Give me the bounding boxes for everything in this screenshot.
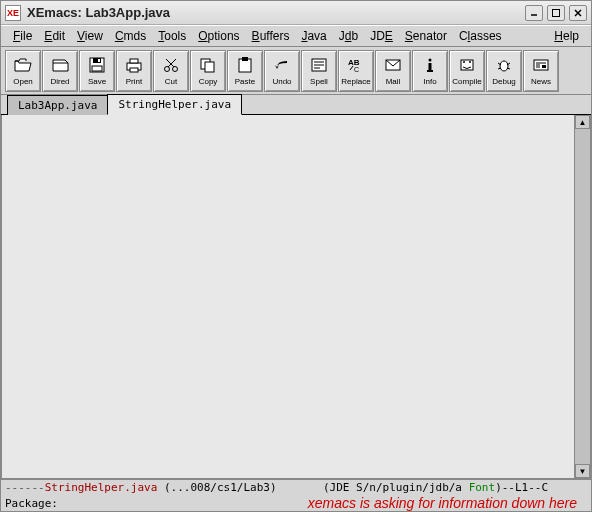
bug-icon bbox=[494, 55, 514, 75]
menu-help[interactable]: Help bbox=[548, 27, 585, 45]
menu-jde[interactable]: JDE bbox=[364, 27, 399, 45]
window-buttons bbox=[525, 5, 587, 21]
menu-java[interactable]: Java bbox=[295, 27, 332, 45]
modeline-path: (...008/cs1/Lab3) bbox=[157, 481, 276, 494]
paste-button[interactable]: Paste bbox=[227, 50, 263, 92]
svg-rect-7 bbox=[98, 59, 100, 62]
svg-point-12 bbox=[165, 67, 170, 72]
menu-file[interactable]: File bbox=[7, 27, 38, 45]
clipboard-icon bbox=[235, 55, 255, 75]
minibuffer[interactable]: Package: bbox=[1, 495, 591, 511]
debug-button[interactable]: Debug bbox=[486, 50, 522, 92]
floppy-disk-icon bbox=[87, 55, 107, 75]
save-button[interactable]: Save bbox=[79, 50, 115, 92]
compile-button[interactable]: Compile bbox=[449, 50, 485, 92]
svg-rect-17 bbox=[205, 62, 214, 72]
svg-rect-19 bbox=[242, 57, 248, 61]
svg-point-27 bbox=[429, 59, 432, 62]
menu-buffers[interactable]: Buffers bbox=[246, 27, 296, 45]
window-title: XEmacs: Lab3App.java bbox=[27, 5, 525, 20]
replace-button[interactable]: ABCReplace bbox=[338, 50, 374, 92]
print-button[interactable]: Print bbox=[116, 50, 152, 92]
menu-classes[interactable]: Classes bbox=[453, 27, 508, 45]
printer-icon bbox=[124, 55, 144, 75]
modeline-filename: StringHelper.java bbox=[45, 481, 158, 494]
editor-area: ▲ ▼ bbox=[1, 115, 591, 479]
info-button[interactable]: Info bbox=[412, 50, 448, 92]
compile-icon bbox=[457, 55, 477, 75]
svg-rect-29 bbox=[427, 70, 433, 72]
modeline: ------StringHelper.java (...008/cs1/Lab3… bbox=[1, 479, 591, 495]
xemacs-window: XE XEmacs: Lab3App.java File Edit View C… bbox=[0, 0, 592, 512]
menu-senator[interactable]: Senator bbox=[399, 27, 453, 45]
maximize-button[interactable] bbox=[547, 5, 565, 21]
undo-button[interactable]: Undo bbox=[264, 50, 300, 92]
spell-button[interactable]: Spell bbox=[301, 50, 337, 92]
menubar: File Edit View Cmds Tools Options Buffer… bbox=[1, 25, 591, 47]
copy-button[interactable]: Copy bbox=[190, 50, 226, 92]
menu-view[interactable]: View bbox=[71, 27, 109, 45]
copy-icon bbox=[198, 55, 218, 75]
menu-edit[interactable]: Edit bbox=[38, 27, 71, 45]
menu-tools[interactable]: Tools bbox=[152, 27, 192, 45]
app-icon: XE bbox=[5, 5, 21, 21]
menu-jdb[interactable]: Jdb bbox=[333, 27, 364, 45]
svg-rect-10 bbox=[130, 59, 138, 63]
svg-point-32 bbox=[469, 61, 471, 63]
minimize-button[interactable] bbox=[525, 5, 543, 21]
open-folder-icon bbox=[13, 55, 33, 75]
info-icon bbox=[420, 55, 440, 75]
close-button[interactable] bbox=[569, 5, 587, 21]
tab-lab3app[interactable]: Lab3App.java bbox=[7, 95, 108, 115]
menu-options[interactable]: Options bbox=[192, 27, 245, 45]
tab-stringhelper[interactable]: StringHelper.java bbox=[107, 94, 242, 115]
svg-rect-42 bbox=[542, 65, 546, 68]
vertical-scrollbar[interactable]: ▲ ▼ bbox=[574, 115, 590, 478]
minibuffer-prompt: Package: bbox=[5, 497, 58, 510]
undo-arrow-icon bbox=[272, 55, 292, 75]
news-button[interactable]: News bbox=[523, 50, 559, 92]
toolbar: Open Dired Save Print Cut Copy Paste Und… bbox=[1, 47, 591, 95]
svg-line-15 bbox=[166, 59, 174, 67]
replace-icon: ABC bbox=[346, 55, 366, 75]
scroll-up-button[interactable]: ▲ bbox=[575, 115, 590, 129]
dired-icon bbox=[50, 55, 70, 75]
svg-text:C: C bbox=[354, 66, 359, 73]
svg-rect-28 bbox=[429, 63, 432, 71]
envelope-icon bbox=[383, 55, 403, 75]
svg-point-31 bbox=[463, 61, 465, 63]
svg-line-14 bbox=[168, 59, 176, 67]
svg-rect-1 bbox=[553, 9, 560, 16]
cut-button[interactable]: Cut bbox=[153, 50, 189, 92]
newspaper-icon bbox=[531, 55, 551, 75]
scissors-icon bbox=[161, 55, 181, 75]
svg-rect-11 bbox=[130, 68, 138, 72]
mail-button[interactable]: Mail bbox=[375, 50, 411, 92]
scroll-track[interactable] bbox=[575, 129, 590, 464]
svg-point-13 bbox=[173, 67, 178, 72]
svg-point-33 bbox=[500, 61, 508, 71]
titlebar: XE XEmacs: Lab3App.java bbox=[1, 1, 591, 25]
spellcheck-icon bbox=[309, 55, 329, 75]
buffer-tabs: Lab3App.java StringHelper.java bbox=[1, 95, 591, 115]
dired-button[interactable]: Dired bbox=[42, 50, 78, 92]
text-editor[interactable] bbox=[2, 115, 574, 478]
open-button[interactable]: Open bbox=[5, 50, 41, 92]
menu-cmds[interactable]: Cmds bbox=[109, 27, 152, 45]
modeline-font[interactable]: Font bbox=[469, 481, 496, 494]
scroll-down-button[interactable]: ▼ bbox=[575, 464, 590, 478]
